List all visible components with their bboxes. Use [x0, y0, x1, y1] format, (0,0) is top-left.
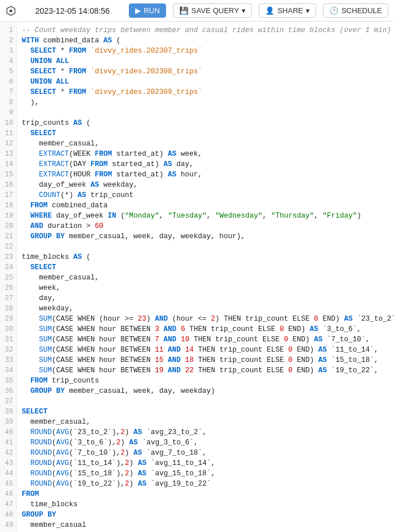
line-number: 33	[0, 355, 17, 365]
token-str: "Friday"	[322, 212, 357, 220]
token-plain: hour,	[176, 171, 202, 179]
code-line: time_blocks AS (	[22, 252, 394, 262]
token-plain: member_casual,	[22, 418, 90, 426]
token-kw: UNION ALL	[30, 78, 69, 86]
line-number: 30	[0, 324, 17, 334]
token-plain: (CASE WHEN hour BETWEEN	[52, 356, 155, 364]
token-num: 14	[185, 346, 194, 354]
code-line: GROUP BY member_casual, week, day, weekd…	[22, 386, 394, 396]
token-kw: AS	[104, 37, 112, 45]
code-line: EXTRACT(DAY FROM started_at) AS day,	[22, 159, 394, 170]
code-content[interactable]: -- Count weekday trips between member an…	[17, 22, 394, 532]
token-plain	[181, 346, 186, 354]
token-func: EXTRACT	[39, 150, 69, 158]
run-button[interactable]: ▶ RUN	[129, 3, 166, 18]
token-kw: AS	[344, 315, 353, 323]
token-plain: *	[56, 68, 69, 76]
code-line: GROUP BY	[22, 510, 394, 520]
code-line: WHERE day_of_week IN ("Monday", "Tuesday…	[22, 211, 394, 221]
line-number: 8	[0, 97, 17, 108]
token-num: 0	[279, 325, 284, 333]
token-num: 6	[181, 325, 186, 333]
token-plain: (HOUR	[69, 171, 95, 179]
token-str: "Monday"	[125, 212, 159, 220]
token-backtick: `divvy_rides.202307_trips`	[90, 47, 202, 55]
line-number: 27	[0, 293, 17, 304]
token-num: 60	[95, 222, 104, 230]
code-line: SELECT * FROM `divvy_rides.202307_trips`	[22, 46, 394, 56]
line-number: 36	[0, 386, 17, 396]
token-func: ROUND	[30, 459, 52, 467]
token-plain: (`3_to_6`),	[69, 439, 117, 447]
token-func: ROUND	[30, 480, 52, 488]
token-plain	[22, 459, 30, 467]
line-number: 43	[0, 458, 17, 468]
token-func: AVG	[56, 459, 69, 467]
token-kw: AND	[168, 356, 181, 364]
token-plain	[22, 57, 30, 65]
line-number: 21	[0, 231, 17, 242]
token-plain: `avg_7_to_18`,	[142, 449, 207, 457]
token-kw: AND	[168, 367, 181, 375]
token-plain: `11_to_14`,	[327, 346, 379, 354]
token-func: SUM	[39, 336, 52, 344]
token-num: 19	[155, 367, 164, 375]
share-button[interactable]: 👤 SHARE ▾	[259, 3, 316, 18]
line-number: 45	[0, 479, 17, 489]
token-kw: AS	[168, 150, 176, 158]
token-plain: (DAY	[69, 160, 91, 168]
token-plain	[22, 480, 30, 488]
token-plain	[22, 367, 39, 375]
save-chevron-icon: ▾	[242, 6, 246, 15]
token-plain: THEN trip_count ELSE	[185, 325, 279, 333]
token-plain	[164, 346, 168, 354]
token-plain: week,	[22, 284, 61, 292]
line-number: 2	[0, 36, 17, 46]
token-plain: ,	[262, 212, 271, 220]
token-plain: `15_to_18`,	[327, 356, 379, 364]
token-plain: weekday,	[22, 305, 73, 313]
code-line: day,	[22, 293, 394, 304]
code-line: WITH combined_data AS (	[22, 36, 394, 46]
code-line: COUNT(*) AS trip_count	[22, 190, 394, 200]
token-kw: AS	[138, 470, 147, 478]
token-num: 2	[116, 439, 121, 447]
token-plain: )	[129, 459, 138, 467]
token-num: 2	[121, 449, 125, 457]
code-line	[22, 242, 394, 252]
code-line: GROUP BY member_casual, week, day, weekd…	[22, 231, 394, 242]
token-kw: IN	[108, 212, 116, 220]
line-number: 46	[0, 489, 17, 499]
token-plain	[22, 356, 39, 364]
token-kw: AS	[318, 346, 327, 354]
token-plain: `19_to_22`,	[327, 367, 379, 375]
token-func: ROUND	[30, 428, 52, 436]
token-kw: SELECT	[30, 68, 56, 76]
token-kw: SELECT	[30, 129, 56, 137]
token-kw: AS	[73, 253, 82, 261]
schedule-button[interactable]: 🕐 SCHEDULE	[323, 3, 388, 18]
token-num: 2	[125, 459, 129, 467]
token-kw: AND	[30, 222, 44, 230]
code-line: trip_counts AS (	[22, 118, 394, 128]
token-plain: day_of_week	[22, 181, 90, 189]
line-number: 23	[0, 252, 17, 262]
token-kw: SELECT	[30, 88, 56, 96]
line-number: 24	[0, 262, 17, 273]
token-plain: (	[52, 449, 57, 457]
token-func: AVG	[56, 439, 69, 447]
token-kw: AS	[78, 191, 86, 199]
clock-icon: 🕐	[329, 6, 338, 15]
token-kw: FROM	[69, 47, 86, 55]
code-line: ROUND(AVG(`23_to_2`),2) AS `avg_23_to_2`…	[22, 427, 394, 438]
token-plain: (	[82, 119, 90, 127]
line-number: 34	[0, 365, 17, 376]
token-plain: `avg_15_to_18`,	[147, 470, 215, 478]
token-plain: week,	[176, 150, 202, 158]
line-number: 1	[0, 25, 17, 36]
save-query-button[interactable]: 💾 SAVE QUERY ▾	[173, 3, 252, 18]
token-func: AVG	[56, 470, 69, 478]
code-line	[22, 108, 394, 118]
code-line: UNION ALL	[22, 77, 394, 87]
token-plain	[22, 78, 30, 86]
